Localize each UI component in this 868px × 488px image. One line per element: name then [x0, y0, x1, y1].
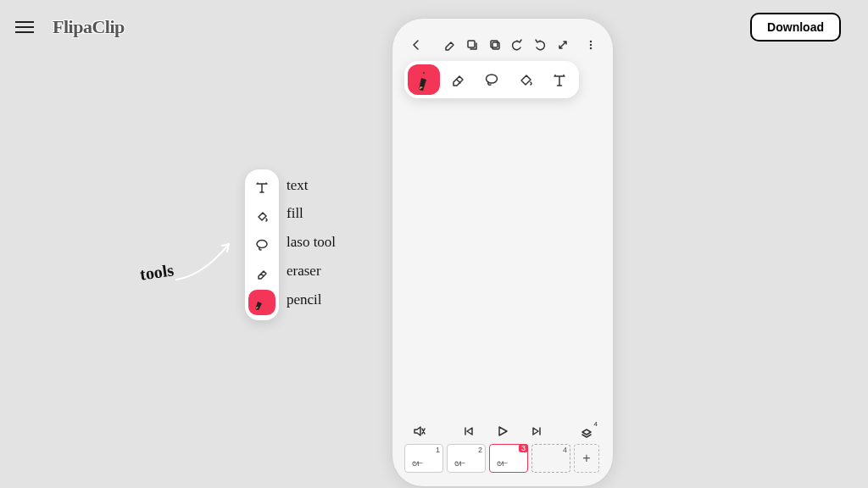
laso-tool[interactable]: [248, 232, 275, 258]
svg-point-7: [423, 72, 425, 74]
svg-point-0: [257, 241, 267, 248]
frame-4[interactable]: 4: [531, 444, 570, 473]
app-bar: [403, 29, 603, 63]
expand-icon[interactable]: [554, 36, 572, 54]
fill-tool[interactable]: [248, 203, 275, 229]
svg-rect-1: [468, 41, 475, 47]
fill-tool-h[interactable]: [509, 64, 542, 95]
paste-icon[interactable]: [486, 36, 504, 54]
copy-icon[interactable]: [464, 36, 481, 54]
layers-count: 4: [594, 420, 598, 428]
back-icon[interactable]: [408, 36, 426, 54]
laso-tool-h[interactable]: [476, 64, 508, 95]
svg-rect-3: [491, 41, 498, 47]
label-eraser: eraser: [287, 263, 321, 280]
svg-point-4: [589, 41, 591, 42]
arrow-annotation: [170, 229, 254, 288]
pencil-tool-h[interactable]: [408, 64, 440, 95]
eraser-icon[interactable]: [441, 36, 459, 54]
text-tool-h[interactable]: [543, 64, 576, 95]
svg-rect-2: [492, 42, 499, 49]
add-frame-button[interactable]: +: [574, 444, 599, 473]
next-icon[interactable]: [529, 424, 544, 439]
vertical-toolbar: [245, 169, 279, 320]
eraser-tool-h[interactable]: [442, 64, 474, 95]
download-button[interactable]: Download: [750, 13, 841, 42]
redo-icon[interactable]: [531, 36, 549, 54]
tools-annotation: tools: [139, 260, 175, 284]
label-laso: laso tool: [287, 234, 336, 251]
label-pencil: pencil: [287, 291, 322, 308]
more-icon[interactable]: [581, 36, 599, 54]
eraser-tool[interactable]: [248, 261, 275, 286]
frame-3[interactable]: 3ᘛ⁓: [489, 444, 528, 473]
frame-1[interactable]: 1ᘛ⁓: [404, 444, 443, 473]
text-tool[interactable]: [248, 175, 275, 200]
play-icon[interactable]: [495, 424, 510, 439]
phone-mockup: 4 1ᘛ⁓ 2ᘛ⁓ 3ᘛ⁓ 4 +: [392, 19, 613, 486]
label-text: text: [287, 177, 309, 194]
pencil-tool[interactable]: [248, 290, 275, 315]
menu-icon[interactable]: [15, 21, 34, 33]
frame-2[interactable]: 2ᘛ⁓: [447, 444, 486, 473]
svg-point-5: [589, 44, 591, 46]
frames-row: 1ᘛ⁓ 2ᘛ⁓ 3ᘛ⁓ 4 +: [403, 444, 603, 476]
label-fill: fill: [287, 205, 303, 222]
layers-icon[interactable]: 4: [579, 424, 594, 439]
playback-bar: 4: [403, 419, 603, 444]
undo-icon[interactable]: [509, 36, 526, 54]
mute-icon[interactable]: [411, 424, 426, 439]
logo: FlipaClip: [53, 16, 125, 38]
svg-point-6: [589, 47, 591, 49]
prev-icon[interactable]: [461, 424, 476, 439]
horizontal-toolbar: [404, 61, 579, 98]
